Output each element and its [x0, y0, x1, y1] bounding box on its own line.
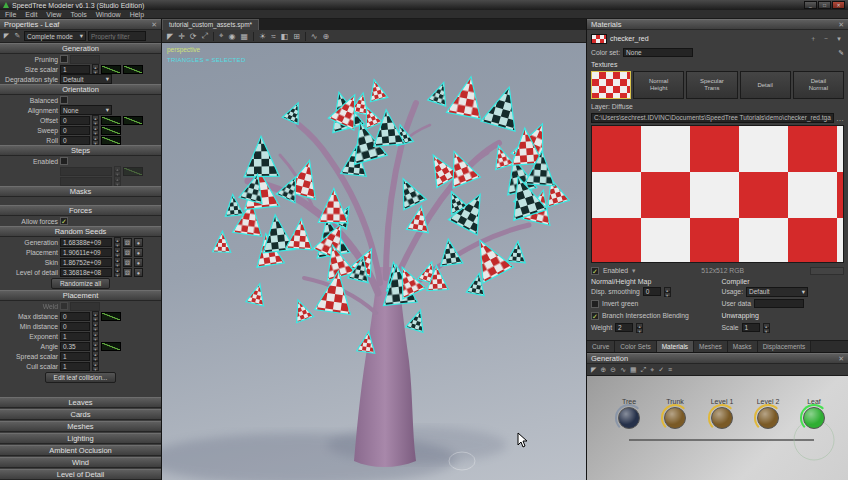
offset-field[interactable]: 0	[60, 116, 90, 125]
node-link-icon[interactable]: ∿	[620, 366, 626, 374]
chevron-down-icon[interactable]: ▾	[632, 267, 635, 275]
disp-smoothing-field[interactable]: 0	[643, 287, 661, 296]
camera-icon[interactable]: ◉	[228, 32, 235, 41]
rotate-icon[interactable]: ⟳	[190, 32, 197, 41]
texture-enabled-checkbox[interactable]: ✓	[591, 267, 599, 275]
section-wind[interactable]: Wind	[0, 457, 161, 468]
offset-spinner[interactable]: ▴▾	[92, 115, 99, 125]
camera-mode-label[interactable]: perspective	[167, 46, 200, 53]
tab-displacements[interactable]: Displacements	[758, 341, 812, 352]
property-filter-input[interactable]	[88, 31, 146, 41]
disp-smoothing-spinner[interactable]: ▴▾	[664, 287, 671, 297]
pruning-checkbox[interactable]	[60, 55, 68, 63]
dice-icon[interactable]: ⚄	[123, 238, 132, 247]
texture-preview[interactable]	[591, 125, 844, 263]
texture-slot-detail-normal[interactable]: DetailNormal	[793, 71, 844, 99]
node-leaf[interactable]: Leaf	[792, 398, 836, 431]
node-lock-icon[interactable]: ✓	[658, 366, 664, 374]
texture-slot-specular-trans[interactable]: SpecularTrans	[686, 71, 737, 99]
tab-meshes[interactable]: Meshes	[694, 341, 728, 352]
trunk-node-icon[interactable]	[664, 407, 686, 429]
steps-enabled-checkbox[interactable]	[60, 157, 68, 165]
cull-scalar-field[interactable]: 1	[60, 362, 90, 371]
balanced-checkbox[interactable]	[60, 96, 68, 104]
panel-close-icon[interactable]: ✕	[838, 354, 844, 363]
seed-skin-field[interactable]: 1.86752e+09	[60, 258, 112, 267]
close-button[interactable]: ✕	[832, 1, 845, 9]
exponent-spinner[interactable]: ▴▾	[92, 331, 99, 341]
leaf-node-icon[interactable]	[803, 407, 825, 429]
panel-close-icon[interactable]: ✕	[151, 20, 157, 29]
roll-curve-widget[interactable]	[101, 136, 121, 145]
lock-icon[interactable]: ●	[134, 268, 143, 277]
section-level-of-detail[interactable]: Level of Detail	[0, 469, 161, 480]
mode-dropdown[interactable]: Complete mode▾	[24, 31, 86, 41]
branch-intersection-checkbox[interactable]: ✓	[591, 312, 599, 320]
scale-field[interactable]: 1	[742, 323, 760, 332]
menu-tools[interactable]: Tools	[70, 11, 86, 18]
section-orientation[interactable]: Orientation	[0, 84, 161, 95]
node-add-icon[interactable]: ⊕	[600, 366, 606, 374]
section-placement[interactable]: Placement	[0, 290, 161, 301]
seed-placement-field[interactable]: 1.90611e+09	[60, 248, 112, 257]
offset-curve-widget[interactable]	[101, 116, 121, 125]
size-scalar-variance-curve-widget[interactable]	[123, 65, 143, 74]
tab-color-sets[interactable]: Color Sets	[615, 341, 656, 352]
panel-close-icon[interactable]: ✕	[838, 20, 844, 29]
section-lighting[interactable]: Lighting	[0, 433, 161, 444]
size-scalar-field[interactable]: 1	[60, 65, 90, 74]
lock-icon[interactable]: ●	[134, 238, 143, 247]
max-distance-spinner[interactable]: ▴▾	[92, 311, 99, 321]
menu-file[interactable]: File	[5, 11, 16, 18]
menu-view[interactable]: View	[46, 11, 61, 18]
tree-node-icon[interactable]	[618, 407, 640, 429]
min-distance-field[interactable]: 0	[60, 322, 90, 331]
brush-icon[interactable]: ✎	[13, 32, 22, 40]
section-cards[interactable]: Cards	[0, 409, 161, 420]
angle-spinner[interactable]: ▴▾	[92, 341, 99, 351]
material-menu-icon[interactable]: ▾	[834, 35, 844, 43]
tab-curve[interactable]: Curve	[587, 341, 615, 352]
weight-field[interactable]: 2	[615, 323, 633, 332]
node-fit-icon[interactable]: ⤢	[641, 366, 647, 374]
tab-materials[interactable]: Materials	[657, 341, 694, 352]
weight-spinner[interactable]: ▴▾	[636, 323, 643, 333]
focus-icon[interactable]: ⌖	[219, 31, 224, 41]
invert-green-checkbox[interactable]	[591, 300, 599, 308]
angle-field[interactable]: 0.35	[60, 342, 90, 351]
lock-icon[interactable]: ●	[134, 248, 143, 257]
light-icon[interactable]: ☀	[259, 32, 266, 41]
material-list-item[interactable]: checker_red ＋ － ▾	[591, 32, 844, 45]
dice-icon[interactable]: ⚄	[123, 248, 132, 257]
spread-scalar-spinner[interactable]: ▴▾	[92, 351, 99, 361]
seed-placement-spinner[interactable]: ▴▾	[114, 247, 121, 257]
menu-window[interactable]: Window	[96, 11, 121, 18]
browse-icon[interactable]: …	[836, 114, 844, 123]
section-meshes[interactable]: Meshes	[0, 421, 161, 432]
color-set-field[interactable]: None	[623, 48, 693, 57]
seed-skin-spinner[interactable]: ▴▾	[114, 257, 121, 267]
max-distance-field[interactable]: 0	[60, 312, 90, 321]
color-set-edit-icon[interactable]: ✎	[838, 49, 844, 57]
degradation-style-dropdown[interactable]: Default▾	[60, 74, 112, 84]
offset-variance-curve-widget[interactable]	[123, 116, 143, 125]
section-ambient-occlusion[interactable]: Ambient Occlusion	[0, 445, 161, 456]
roll-field[interactable]: 0	[60, 136, 90, 145]
texture-slot-detail[interactable]: Detail	[740, 71, 791, 99]
node-level-2[interactable]: Level 2	[746, 398, 790, 431]
seed-lod-spinner[interactable]: ▴▾	[114, 267, 121, 277]
texture-path-field[interactable]: C:\Users\sechrest.IDVINC\Documents\Speed…	[591, 113, 834, 123]
dice-icon[interactable]: ⚄	[123, 258, 132, 267]
allow-forces-checkbox[interactable]: ✓	[60, 217, 68, 225]
exponent-field[interactable]: 1	[60, 332, 90, 341]
shaded-view-icon[interactable]: ◧	[281, 32, 289, 41]
size-scalar-spinner[interactable]: ▴▾	[92, 64, 99, 74]
node-level-1[interactable]: Level 1	[700, 398, 744, 431]
curve-icon[interactable]: ∿	[311, 32, 318, 41]
select-icon[interactable]: ◤	[167, 32, 173, 41]
alignment-dropdown[interactable]: None▾	[60, 105, 112, 115]
cull-scalar-spinner[interactable]: ▴▾	[92, 361, 99, 371]
generation-node-graph[interactable]: Tree Trunk Level 1 Level 2 Leaf	[587, 376, 848, 480]
scale-icon[interactable]: ⤢	[202, 31, 208, 41]
dice-icon[interactable]: ⚄	[123, 268, 132, 277]
